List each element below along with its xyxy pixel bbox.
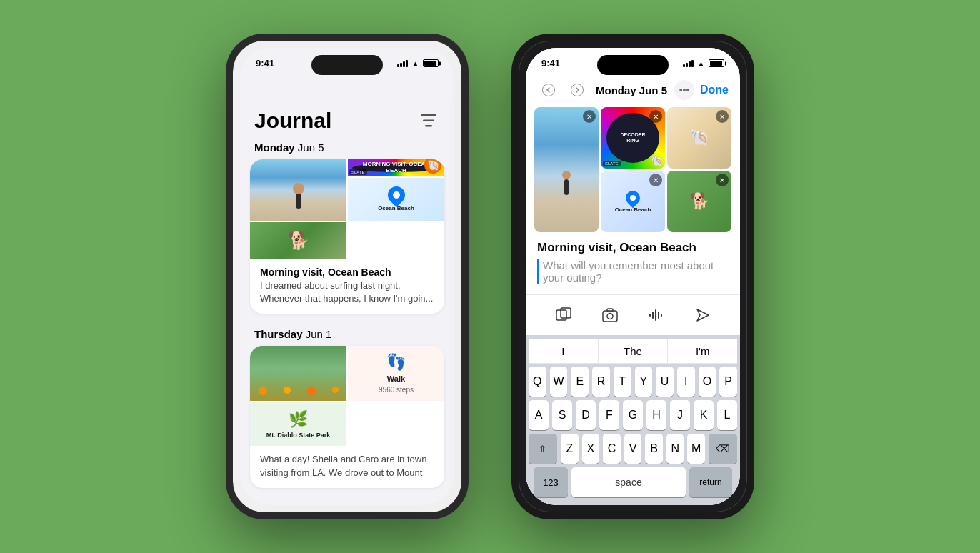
card-text-thursday: What a day! Sheila and Caro are in town …: [250, 446, 444, 487]
key-c[interactable]: C: [603, 434, 621, 464]
section-date-monday: Monday Jun 5: [240, 139, 454, 159]
return-key[interactable]: return: [689, 467, 732, 497]
key-x[interactable]: X: [582, 434, 600, 464]
remove-photo-decoder[interactable]: ✕: [649, 110, 662, 123]
journal-card-monday[interactable]: Morning visit, Ocean Beach SLATE 🐚 Oc: [250, 159, 444, 314]
edit-photo-decoder: ✕ DECODERRING SLATE 🐚: [601, 107, 665, 169]
key-p[interactable]: P: [719, 367, 737, 397]
key-j[interactable]: J: [670, 400, 690, 430]
space-key[interactable]: space: [571, 467, 686, 497]
journal-title: Journal: [254, 109, 331, 133]
dynamic-island-left: [311, 55, 383, 75]
voice-button[interactable]: [644, 302, 669, 328]
status-icons-right: ▲: [683, 59, 724, 68]
key-f[interactable]: F: [599, 400, 619, 430]
key-q[interactable]: Q: [529, 367, 546, 397]
keyboard-row-1: Q W E R T Y U I O P: [529, 367, 737, 397]
park-card: 🌿 Mt. Diablo State Park: [250, 402, 346, 446]
svg-point-4: [571, 84, 584, 96]
svg-rect-2: [425, 125, 432, 127]
more-options-button[interactable]: •••: [674, 80, 694, 100]
svg-rect-10: [649, 314, 651, 317]
svg-rect-0: [421, 114, 436, 116]
location-pin-icon: [384, 184, 409, 208]
numbers-key[interactable]: 123: [534, 467, 568, 497]
remove-photo-seashell[interactable]: ✕: [716, 110, 729, 123]
key-m[interactable]: M: [687, 434, 705, 464]
edit-photo-seashell: ✕ 🐚: [667, 107, 731, 169]
edit-nav: Monday Jun 5 ••• Done: [526, 73, 740, 107]
section-day-monday: Monday: [254, 141, 295, 154]
wifi-icon-right: ▲: [697, 59, 705, 68]
remove-photo-main[interactable]: ✕: [583, 110, 596, 123]
key-o[interactable]: O: [699, 367, 716, 397]
park-icon: 🌿: [289, 410, 308, 429]
svg-rect-7: [603, 311, 617, 322]
svg-rect-14: [661, 314, 662, 317]
section-date-val-thursday: Jun 1: [306, 328, 332, 340]
key-w[interactable]: W: [550, 367, 568, 397]
edit-photo-location: ✕ Ocean Beach: [601, 171, 665, 232]
key-u[interactable]: U: [656, 367, 674, 397]
key-r[interactable]: R: [592, 367, 610, 397]
decoder-badge: SLATE: [349, 169, 367, 175]
walk-steps: 9560 steps: [379, 386, 414, 394]
photo-grid-monday: Morning visit, Ocean Beach SLATE 🐚 Oc: [250, 159, 444, 259]
left-screen-content: 9:41 ▲: [240, 48, 454, 505]
svg-rect-1: [423, 120, 434, 122]
back-button[interactable]: [537, 79, 560, 101]
delete-key[interactable]: ⌫: [709, 434, 737, 464]
card-body-thursday: What a day! Sheila and Caro are in town …: [260, 453, 434, 479]
key-e[interactable]: E: [571, 367, 589, 397]
signal-icon-left: [397, 60, 408, 67]
key-b[interactable]: B: [645, 434, 663, 464]
dog-emoji: 🐕: [288, 231, 309, 251]
key-g[interactable]: G: [623, 400, 643, 430]
key-d[interactable]: D: [576, 400, 596, 430]
key-l[interactable]: L: [717, 400, 737, 430]
edit-text-area[interactable]: Morning visit, Ocean Beach What will you…: [526, 232, 740, 294]
suggestion-the[interactable]: The: [599, 339, 669, 363]
shift-key[interactable]: ⇧: [529, 434, 557, 464]
card-text-monday: Morning visit, Ocean Beach I dreamed abo…: [250, 259, 444, 314]
photo-grid-thursday: 👣 Walk 9560 steps 🌿 Mt. Diablo State Par…: [250, 346, 444, 446]
camera-button[interactable]: [597, 302, 623, 328]
done-button[interactable]: Done: [700, 84, 729, 96]
media-library-button[interactable]: [551, 302, 576, 328]
svg-rect-13: [658, 312, 659, 319]
remove-photo-location[interactable]: ✕: [649, 174, 662, 186]
key-h[interactable]: H: [646, 400, 666, 430]
key-v[interactable]: V: [624, 434, 642, 464]
phones-container: 9:41 ▲: [226, 34, 754, 519]
status-icons-left: ▲: [397, 59, 439, 68]
battery-icon-right: [709, 59, 724, 67]
key-k[interactable]: K: [694, 400, 714, 430]
photo-decoder-ring: Morning visit, Ocean Beach SLATE 🐚: [348, 159, 444, 176]
wifi-icon-left: ▲: [411, 59, 419, 68]
section-date-val-monday: Jun 5: [298, 141, 324, 154]
suggestion-im[interactable]: I'm: [668, 339, 737, 363]
suggestion-i[interactable]: I: [529, 339, 599, 363]
key-z[interactable]: Z: [561, 434, 579, 464]
photo-flowers: [250, 346, 346, 401]
journal-card-thursday[interactable]: 👣 Walk 9560 steps 🌿 Mt. Diablo State Par…: [250, 346, 444, 487]
key-a[interactable]: A: [529, 400, 549, 430]
key-s[interactable]: S: [552, 400, 572, 430]
photo-beach: [250, 159, 346, 221]
key-y[interactable]: Y: [635, 367, 653, 397]
beach-person: [296, 189, 301, 209]
signal-icon-right: [683, 60, 694, 67]
section-date-thursday: Thursday Jun 1: [240, 325, 454, 346]
filter-button[interactable]: [417, 109, 440, 132]
key-i[interactable]: I: [677, 367, 695, 397]
battery-icon-left: [423, 59, 439, 67]
key-t[interactable]: T: [614, 367, 631, 397]
card-body-monday: I dreamed about surfing last night. When…: [260, 279, 434, 305]
walk-card: 👣 Walk 9560 steps: [348, 346, 444, 401]
walk-icon: 👣: [386, 353, 406, 372]
remove-photo-dog[interactable]: ✕: [716, 174, 729, 186]
right-phone: 9:41 ▲: [511, 34, 754, 519]
key-n[interactable]: N: [666, 434, 684, 464]
forward-button[interactable]: [566, 79, 589, 101]
send-button[interactable]: [690, 302, 716, 328]
